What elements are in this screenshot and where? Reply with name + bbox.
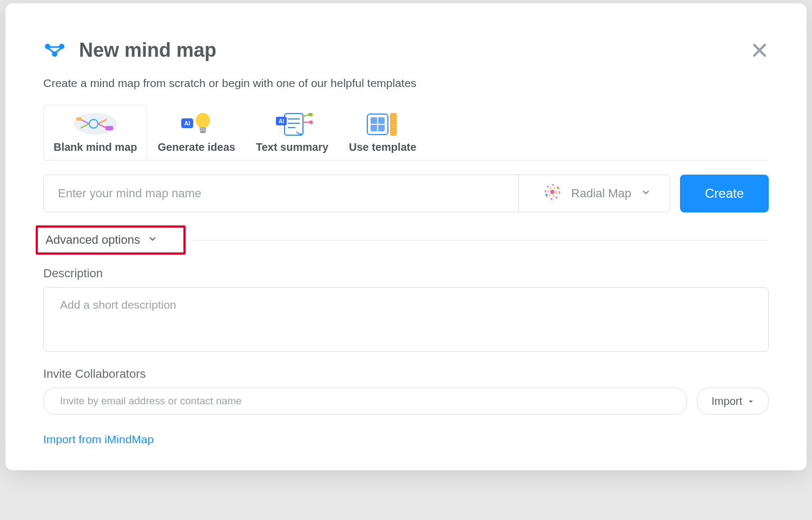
svg-rect-29: [308, 113, 313, 116]
import-collaborators-button[interactable]: Import: [697, 388, 769, 415]
collaborators-input[interactable]: [43, 388, 687, 415]
mindmap-logo-icon: [43, 42, 66, 58]
radial-map-icon: [543, 183, 562, 204]
map-type-label: Radial Map: [571, 186, 631, 201]
tab-text-summary[interactable]: AI Text summary: [246, 105, 339, 160]
title-group: New mind map: [43, 39, 216, 62]
collaborators-row: Import: [43, 388, 769, 415]
close-button[interactable]: [750, 41, 769, 59]
mindmap-icon: [73, 110, 117, 138]
svg-line-4: [49, 49, 54, 52]
tab-label: Blank mind map: [54, 141, 137, 154]
svg-point-8: [74, 113, 117, 135]
tab-label: Use template: [349, 141, 417, 154]
tab-use-template[interactable]: Use template: [339, 105, 427, 160]
svg-point-18: [196, 113, 210, 128]
svg-rect-21: [285, 114, 303, 135]
chevron-down-icon: [641, 186, 651, 201]
map-type-select[interactable]: Radial Map: [518, 175, 670, 212]
svg-line-27: [303, 115, 308, 117]
divider: [193, 240, 769, 241]
new-mind-map-modal: New mind map Create a mind map from scra…: [5, 3, 807, 470]
modal-subtitle: Create a mind map from scratch or begin …: [43, 77, 769, 90]
document-ai-icon: AI: [270, 110, 314, 138]
tab-label: Text summary: [256, 141, 328, 154]
svg-point-41: [545, 194, 547, 196]
caret-down-icon: [748, 395, 754, 408]
chevron-down-icon: [148, 233, 157, 247]
svg-text:AI: AI: [184, 120, 190, 126]
svg-rect-19: [200, 127, 206, 131]
svg-rect-30: [309, 121, 313, 124]
tab-label: Generate ideas: [157, 141, 235, 154]
lightbulb-ai-icon: AI: [179, 110, 214, 138]
description-section: Description: [43, 266, 769, 354]
import-imindmap-link[interactable]: Import from iMindMap: [43, 433, 154, 446]
creation-tabs: Blank mind map AI Generate ideas: [43, 105, 769, 161]
collaborators-section: Invite Collaborators Import: [43, 367, 769, 415]
create-button[interactable]: Create: [680, 175, 769, 212]
collaborators-label: Invite Collaborators: [43, 367, 769, 381]
advanced-options-row: Advanced options: [36, 225, 769, 255]
name-row: Radial Map Create: [43, 175, 769, 212]
tab-blank-mind-map[interactable]: Blank mind map: [43, 105, 147, 160]
description-label: Description: [43, 266, 769, 281]
tab-generate-ideas[interactable]: AI Generate ideas: [147, 105, 245, 160]
modal-header: New mind map: [43, 39, 769, 62]
svg-point-39: [550, 190, 554, 194]
svg-text:AI: AI: [279, 118, 284, 124]
description-input[interactable]: [43, 287, 769, 352]
advanced-options-toggle[interactable]: Advanced options: [36, 225, 186, 255]
svg-line-5: [56, 49, 61, 52]
modal-title: New mind map: [79, 39, 216, 62]
svg-rect-20: [200, 131, 206, 133]
import-button-label: Import: [711, 395, 742, 408]
name-type-group: Radial Map: [43, 175, 670, 212]
svg-rect-15: [76, 117, 82, 121]
template-icon: [363, 110, 402, 138]
svg-point-40: [557, 187, 559, 189]
advanced-options-label: Advanced options: [45, 233, 140, 247]
mind-map-name-input[interactable]: [44, 175, 518, 212]
svg-rect-14: [105, 126, 113, 130]
